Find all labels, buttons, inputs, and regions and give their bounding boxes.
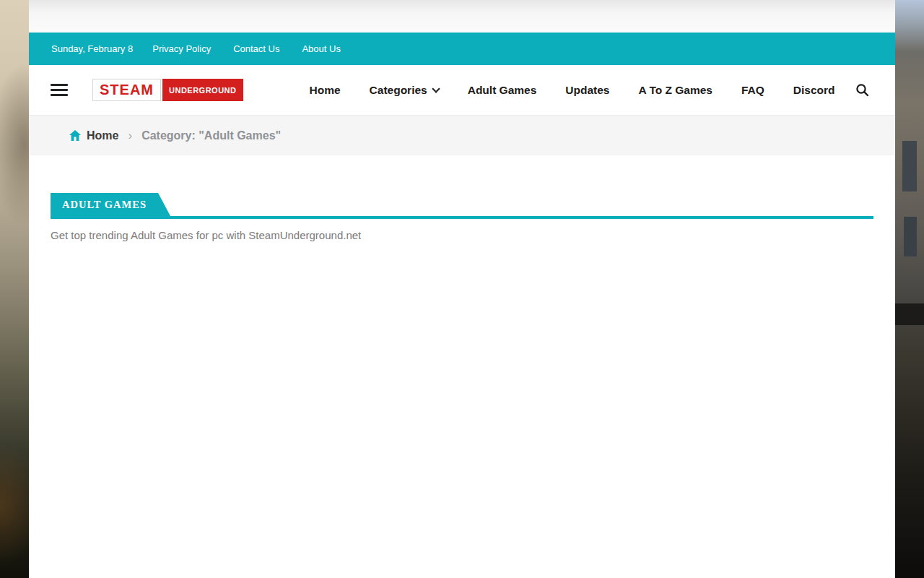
nav-item-label: FAQ — [741, 84, 764, 97]
nav-item-label: Updates — [565, 84, 609, 97]
nav-item-home[interactable]: Home — [295, 77, 355, 104]
home-icon — [69, 130, 81, 141]
topbar-link-privacy-policy[interactable]: Privacy Policy — [152, 43, 211, 54]
category-description: Get top trending Adult Games for pc with… — [51, 229, 873, 241]
search-button[interactable] — [851, 79, 873, 101]
background-art-left — [0, 0, 29, 578]
top-strip — [29, 0, 895, 33]
topbar: Sunday, February 8 Privacy Policy Contac… — [29, 33, 895, 65]
nav-item-adult-games[interactable]: Adult Games — [453, 77, 552, 104]
category-section-header: ADULT GAMES — [51, 193, 873, 219]
nav-item-label: Categories — [370, 84, 427, 97]
nav-item-label: A To Z Games — [638, 84, 712, 97]
category-title: ADULT GAMES — [62, 199, 147, 210]
site-logo[interactable]: STEAM UNDERGROUND — [92, 79, 243, 101]
main-nav: Home Categories Adult Games Updates A To… — [295, 77, 852, 104]
nav-item-discord[interactable]: Discord — [779, 77, 850, 104]
page-container: Sunday, February 8 Privacy Policy Contac… — [29, 0, 895, 578]
nav-item-updates[interactable]: Updates — [551, 77, 624, 104]
nav-item-categories[interactable]: Categories — [355, 77, 453, 104]
breadcrumb: Home › Category: "Adult Games" — [29, 116, 895, 155]
logo-underground-text: UNDERGROUND — [162, 79, 243, 101]
nav-item-faq[interactable]: FAQ — [727, 77, 779, 104]
background-art-right — [895, 0, 924, 578]
breadcrumb-home-label: Home — [87, 129, 118, 142]
nav-item-label: Adult Games — [468, 84, 537, 97]
chevron-down-icon — [432, 85, 440, 92]
topbar-link-contact-us[interactable]: Contact Us — [233, 43, 279, 54]
breadcrumb-home-link[interactable]: Home — [69, 129, 118, 142]
main-header: STEAM UNDERGROUND Home Categories Adult … — [29, 65, 895, 116]
breadcrumb-separator: › — [128, 129, 132, 143]
date-text: Sunday, February 8 — [51, 43, 133, 54]
hamburger-menu-icon[interactable] — [51, 84, 68, 96]
nav-item-label: Discord — [793, 84, 835, 97]
logo-steam-text: STEAM — [92, 79, 161, 101]
nav-item-a-to-z-games[interactable]: A To Z Games — [624, 77, 727, 104]
breadcrumb-current: Category: "Adult Games" — [141, 129, 281, 142]
nav-item-label: Home — [310, 84, 341, 97]
main-content: ADULT GAMES Get top trending Adult Games… — [29, 155, 895, 578]
category-title-badge: ADULT GAMES — [51, 193, 158, 216]
search-icon — [855, 83, 869, 97]
topbar-link-about-us[interactable]: About Us — [302, 43, 340, 54]
